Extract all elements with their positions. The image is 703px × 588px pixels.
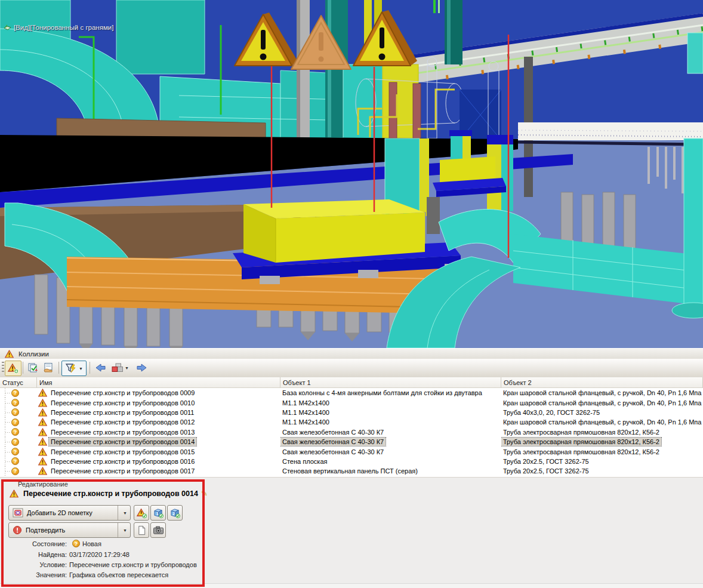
add-collision-check-button[interactable] <box>5 361 21 376</box>
collision-warning-icon <box>38 428 47 436</box>
confirm-button[interactable]: Подтвердить ▼ <box>8 522 131 538</box>
status-question-icon: ? <box>11 467 19 475</box>
table-row[interactable]: ? Пересечение стр.констр и трубопроводов… <box>0 447 703 456</box>
table-row[interactable]: ? Пересечение стр.констр и трубопроводов… <box>0 427 703 437</box>
next-collision-button[interactable] <box>134 361 149 375</box>
snapshot-button[interactable] <box>150 522 166 538</box>
name-cell[interactable]: Пересечение стр.констр и трубопроводов 0… <box>37 417 280 427</box>
name-cell[interactable]: Пересечение стр.констр и трубопроводов 0… <box>37 437 280 447</box>
object2-cell[interactable]: Труба 20х2.5, ГОСТ 3262-75 <box>501 457 703 466</box>
column-header-object2[interactable]: Объект 2 <box>501 377 703 387</box>
viewport-3d[interactable]: [Вид][Тонированный с гранями] <box>0 0 703 348</box>
table-row[interactable]: ? Пересечение стр.констр и трубопроводов… <box>0 398 703 407</box>
table-row[interactable]: ? Пересечение стр.констр и трубопроводов… <box>0 417 703 427</box>
object1-cell[interactable]: Свая железобетонная С 40-30 К7 <box>280 427 501 437</box>
status-cell: ? <box>0 417 37 427</box>
table-row[interactable]: ? Пересечение стр.констр и трубопроводов… <box>0 466 703 476</box>
values-value: Графика объектов пересекается <box>69 571 168 578</box>
name-cell[interactable]: Пересечение стр.констр и трубопроводов 0… <box>37 427 280 437</box>
report-button[interactable] <box>41 361 56 375</box>
object1-cell[interactable]: База колонны с 4-мя анкерными болтами дл… <box>280 388 501 398</box>
filter-dropdown-arrow[interactable]: ▼ <box>79 367 83 371</box>
view-mode-icon <box>4 24 11 31</box>
status-question-icon: ? <box>11 418 19 426</box>
status-cell: ? <box>0 437 37 447</box>
collision-warning-icon <box>38 457 47 466</box>
name-cell[interactable]: Пересечение стр.констр и трубопроводов 0… <box>37 398 280 407</box>
check-documents-button[interactable] <box>25 361 41 375</box>
show-collision-objects-button[interactable]: ▼ <box>109 361 131 375</box>
table-row[interactable]: ? Пересечение стр.констр и трубопроводов… <box>0 457 703 466</box>
column-header-object1[interactable]: Объект 1 <box>280 377 501 387</box>
object1-cell[interactable]: Стеновая вертикальная панель ПСТ (серая) <box>280 466 501 476</box>
show-object2-button[interactable]: 2 <box>167 505 183 521</box>
warning-check-icon <box>136 508 147 518</box>
table-row[interactable]: ? Пересечение стр.констр и трубопроводов… <box>0 388 703 398</box>
filter-collisions-button[interactable]: ▼ <box>61 361 87 376</box>
state-row: Состояние: ? Новая <box>7 540 101 547</box>
viewport-3d-scene[interactable] <box>0 0 703 348</box>
show-object1-button[interactable]: 1 <box>150 505 166 521</box>
status-question-icon: ? <box>11 408 19 416</box>
object1-cell[interactable]: Свая железобетонная С 40-30 К7 <box>280 447 501 456</box>
collision-warning-icon <box>38 389 47 397</box>
status-strip <box>0 583 703 588</box>
status-question-icon: ? <box>11 428 19 436</box>
edit-group-label: Редактирование <box>18 481 68 488</box>
object1-cell[interactable]: Стена плоская <box>280 457 501 466</box>
table-header: Статус Имя Объект 1 Объект 2 <box>0 377 703 388</box>
object2-cell[interactable]: Труба электросварная прямошовная 820х12,… <box>501 437 703 447</box>
table-row[interactable]: ? Пересечение стр.констр и трубопроводов… <box>0 408 703 417</box>
condition-value: Пересечение стр.констр и трубопроводов <box>69 561 197 568</box>
cyan-box-far-right <box>687 33 703 73</box>
status-question-icon: ? <box>11 399 19 407</box>
object2-cell[interactable]: Труба 40х3,0, 20, ГОСТ 3262-75 <box>501 408 703 417</box>
object2-cell[interactable]: Кран шаровой стальной фланцевый, с ручко… <box>501 417 703 427</box>
application-window: [Вид][Тонированный с гранями] Коллизии <box>0 0 703 588</box>
new-note-button[interactable] <box>134 522 149 538</box>
object2-cell[interactable]: Труба электросварная прямошовная 820х12,… <box>501 427 703 437</box>
name-cell[interactable]: Пересечение стр.констр и трубопроводов 0… <box>37 408 280 417</box>
rename-pencil-icon[interactable]: ✎ <box>201 489 208 498</box>
svg-text:2: 2 <box>172 512 175 516</box>
values-row: Значения: Графика объектов пересекается <box>7 571 168 578</box>
camera-icon <box>153 525 164 535</box>
status-cell: ? <box>0 447 37 456</box>
object1-cell[interactable]: М1.1 М42х1400 <box>280 398 501 407</box>
approve-collision-button[interactable] <box>134 505 149 521</box>
objects-dropdown-arrow[interactable]: ▼ <box>125 366 129 370</box>
collision-warning-icon <box>38 418 47 426</box>
name-cell[interactable]: Пересечение стр.констр и трубопроводов 0… <box>37 457 280 466</box>
status-question-icon: ? <box>72 540 80 547</box>
collision-warning-icon <box>38 448 47 456</box>
document-hand-icon <box>42 362 54 373</box>
toolbar-grip[interactable] <box>2 362 4 374</box>
add-2d-markup-button[interactable]: Добавить 2D пометку ▼ <box>8 505 131 521</box>
previous-collision-button[interactable] <box>93 361 107 375</box>
green-cable <box>433 0 436 13</box>
condition-row: Условие: Пересечение стр.констр и трубоп… <box>7 561 197 568</box>
name-cell[interactable]: Пересечение стр.констр и трубопроводов 0… <box>37 388 280 398</box>
column-header-name[interactable]: Имя <box>37 377 280 387</box>
cubes-icon <box>111 362 123 373</box>
column-header-status[interactable]: Статус <box>0 377 37 387</box>
table-row-selected[interactable]: ? Пересечение стр.констр и трубопроводов… <box>0 437 703 447</box>
name-cell[interactable]: Пересечение стр.констр и трубопроводов 0… <box>37 447 280 456</box>
arrow-right-icon <box>135 362 147 373</box>
object2-cell[interactable]: Кран шаровой стальной фланцевый, с ручко… <box>501 398 703 407</box>
object2-cell[interactable]: Труба электросварная прямошовная 820х12,… <box>501 447 703 456</box>
object2-cell[interactable]: Труба 20х2.5, ГОСТ 3262-75 <box>501 466 703 476</box>
arrow-left-icon <box>94 362 106 373</box>
filter-lightning-icon <box>65 363 77 374</box>
object1-cell[interactable]: Свая железобетонная С 40-30 К7 <box>280 437 501 447</box>
object1-cell[interactable]: М1.1 М42х1400 <box>280 408 501 417</box>
confirm-dropdown[interactable]: ▼ <box>118 523 130 537</box>
status-cell: ? <box>0 427 37 437</box>
name-cell[interactable]: Пересечение стр.констр и трубопроводов 0… <box>37 466 280 476</box>
object1-cell[interactable]: М1.1 М42х1400 <box>280 417 501 427</box>
found-value: 03/17/2020 17:29:48 <box>69 551 130 558</box>
add-2d-markup-dropdown[interactable]: ▼ <box>118 506 130 520</box>
status-question-icon: ? <box>11 457 19 465</box>
collisions-panel-titlebar: Коллизии <box>0 348 703 359</box>
object2-cell[interactable]: Кран шаровой стальной фланцевый, с ручко… <box>501 388 703 398</box>
